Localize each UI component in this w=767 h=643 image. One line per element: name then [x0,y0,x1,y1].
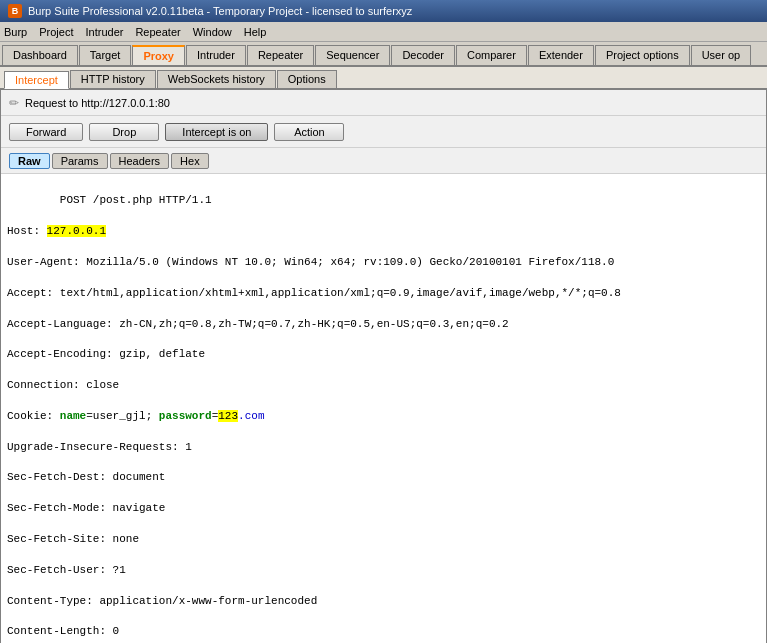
subtab-http-history[interactable]: HTTP history [70,70,156,88]
tab-user-options[interactable]: User op [691,45,752,65]
menu-repeater[interactable]: Repeater [135,26,180,38]
format-tab-raw[interactable]: Raw [9,153,50,169]
http-sec-fetch-site: Sec-Fetch-Site: none [7,533,139,545]
proxy-panel: Intercept HTTP history WebSockets histor… [0,67,767,643]
sub-tabs: Intercept HTTP history WebSockets histor… [0,67,767,89]
http-connection: Connection: close [7,379,119,391]
tab-proxy[interactable]: Proxy [132,45,185,65]
http-upgrade: Upgrade-Insecure-Requests: 1 [7,441,192,453]
tab-sequencer[interactable]: Sequencer [315,45,390,65]
subtab-options[interactable]: Options [277,70,337,88]
http-cookie-name-key: name [60,410,86,422]
tab-intruder[interactable]: Intruder [186,45,246,65]
action-button[interactable]: Action [274,123,344,141]
menu-intruder[interactable]: Intruder [86,26,124,38]
http-request-content[interactable]: POST /post.php HTTP/1.1 Host: 127.0.0.1 … [1,174,766,643]
http-cookie-label: Cookie: [7,410,60,422]
format-tabs: Raw Params Headers Hex [1,148,766,174]
http-host-label: Host: [7,225,47,237]
forward-button[interactable]: Forward [9,123,83,141]
http-sec-fetch-mode: Sec-Fetch-Mode: navigate [7,502,165,514]
format-tab-headers[interactable]: Headers [110,153,170,169]
intercept-toggle-button[interactable]: Intercept is on [165,123,268,141]
main-tabs: Dashboard Target Proxy Intruder Repeater… [0,42,767,67]
menu-burp[interactable]: Burp [4,26,27,38]
format-tab-hex[interactable]: Hex [171,153,209,169]
http-cookie-pass-val: 123 [218,410,238,422]
tab-extender[interactable]: Extender [528,45,594,65]
http-line-1: POST /post.php HTTP/1.1 [60,194,212,206]
tab-target[interactable]: Target [79,45,132,65]
menu-help[interactable]: Help [244,26,267,38]
http-accept-enc: Accept-Encoding: gzip, deflate [7,348,205,360]
tab-decoder[interactable]: Decoder [391,45,455,65]
request-info-bar: ✏ Request to http://127.0.0.1:80 [1,90,766,116]
menu-bar: Burp Project Intruder Repeater Window He… [0,22,767,42]
http-host-value: 127.0.0.1 [47,225,106,237]
http-cookie-pass-key: password [159,410,212,422]
app-window: B Burp Suite Professional v2.0.11beta - … [0,0,767,643]
menu-project[interactable]: Project [39,26,73,38]
subtab-websockets-history[interactable]: WebSockets history [157,70,276,88]
title-bar: B Burp Suite Professional v2.0.11beta - … [0,0,767,22]
tab-repeater[interactable]: Repeater [247,45,314,65]
http-content-length: Content-Length: 0 [7,625,119,637]
request-url: Request to http://127.0.0.1:80 [25,97,170,109]
menu-window[interactable]: Window [193,26,232,38]
http-accept-lang: Accept-Language: zh-CN,zh;q=0.8,zh-TW;q=… [7,318,509,330]
tab-comparer[interactable]: Comparer [456,45,527,65]
http-cookie-domain: .com [238,410,264,422]
action-buttons-bar: Forward Drop Intercept is on Action [1,116,766,148]
http-sec-fetch-dest: Sec-Fetch-Dest: document [7,471,165,483]
format-tab-params[interactable]: Params [52,153,108,169]
edit-icon: ✏ [9,96,19,110]
tab-project-options[interactable]: Project options [595,45,690,65]
http-useragent: User-Agent: Mozilla/5.0 (Windows NT 10.0… [7,256,614,268]
subtab-intercept[interactable]: Intercept [4,71,69,89]
http-accept: Accept: text/html,application/xhtml+xml,… [7,287,621,299]
http-content-type: Content-Type: application/x-www-form-url… [7,595,317,607]
tab-dashboard[interactable]: Dashboard [2,45,78,65]
intercept-content: ✏ Request to http://127.0.0.1:80 Forward… [0,89,767,643]
http-sec-fetch-user: Sec-Fetch-User: ?1 [7,564,126,576]
window-title: Burp Suite Professional v2.0.11beta - Te… [28,5,412,17]
app-icon: B [8,4,22,18]
http-cookie-name-eq: =user_gjl; [86,410,159,422]
drop-button[interactable]: Drop [89,123,159,141]
